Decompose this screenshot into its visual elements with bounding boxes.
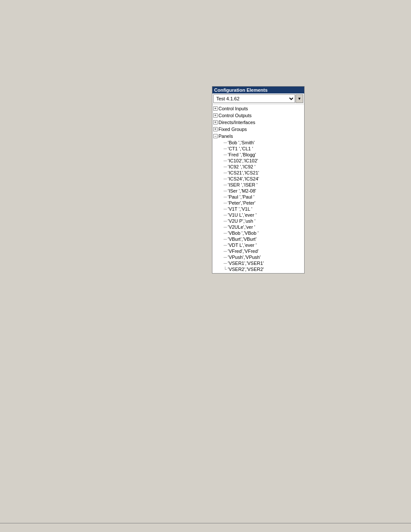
panel-child-label: 'V1T ','V1L ' (228, 206, 252, 212)
tree-line: ─ (224, 194, 227, 199)
plus-icon: + (213, 113, 218, 118)
tree-leaf[interactable]: ─ 'VBob ','VBob ' (212, 230, 304, 236)
tree-leaf[interactable]: ─ 'IC102','IC102' (212, 158, 304, 164)
directs-interfaces-label: Directs/Interfaces (218, 120, 255, 125)
tree-leaf[interactable]: ─ 'Fred ','Blogg' (212, 152, 304, 158)
tree-line: ─ (224, 152, 227, 157)
config-dropdown[interactable]: Test 4.1.62 (213, 94, 295, 103)
panels-label: Panels (218, 134, 233, 139)
tree-item-panels[interactable]: − Panels (212, 133, 304, 140)
tree-line: ─ (224, 230, 227, 236)
panel-child-label: 'VBob ','VBob ' (228, 230, 258, 236)
tree-leaf[interactable]: ─ 'Peter','Peter' (212, 200, 304, 206)
panel-child-label: 'V2U P','ush ' (228, 218, 255, 224)
panel-child-label: 'ICS24','ICS24' (228, 176, 259, 181)
tree-line: ─ (224, 206, 227, 212)
tree-leaf[interactable]: ─ 'CT1 ','CL1 ' (212, 146, 304, 152)
minus-icon: − (213, 134, 218, 138)
panel-child-label: 'VSER2','VSER2' (228, 267, 264, 272)
tree-leaf[interactable]: ─ 'Bob ','Smith' (212, 140, 304, 146)
tree-line: └ (224, 267, 227, 272)
tree-line: ─ (224, 218, 227, 224)
panel-child-label: 'ISER ','ISER ' (228, 182, 258, 187)
tree-container: + Control Inputs + Control Outputs + Dir… (212, 104, 304, 273)
tree-leaf[interactable]: ─ 'IC92 ','IC92 ' (212, 164, 304, 170)
tree-leaf[interactable]: ─ 'V2ULe','ver ' (212, 224, 304, 230)
control-outputs-label: Control Outputs (218, 113, 252, 118)
tree-leaf[interactable]: ─ 'VDT L','ever ' (212, 242, 304, 248)
dropdown-row: Test 4.1.62 ▼ (212, 93, 304, 104)
tree-item-fixed-groups[interactable]: + Fixed Groups (212, 126, 304, 133)
tree-line: ─ (224, 200, 227, 205)
panel-child-label: 'V2ULe','ver ' (228, 224, 255, 230)
panel-container: Configuration Elements Test 4.1.62 ▼ + C… (212, 86, 305, 274)
dropdown-arrow-button[interactable]: ▼ (296, 94, 303, 103)
panel-child-label: 'V1U L','ever ' (228, 212, 256, 218)
tree-leaf[interactable]: ─ 'V1T ','V1L ' (212, 206, 304, 212)
plus-icon: + (213, 120, 218, 124)
tree-leaf[interactable]: ─ 'ICS24','ICS24' (212, 176, 304, 182)
fixed-groups-label: Fixed Groups (218, 127, 247, 132)
tree-leaf[interactable]: ─ 'ISER ','ISER ' (212, 182, 304, 188)
tree-leaf[interactable]: ─ 'V1U L','ever ' (212, 212, 304, 218)
tree-item-control-outputs[interactable]: + Control Outputs (212, 112, 304, 119)
control-inputs-label: Control Inputs (218, 106, 248, 111)
tree-leaf[interactable]: ─ 'VFred','VFred' (212, 248, 304, 254)
panel-header: Configuration Elements (212, 87, 304, 93)
panel-child-label: 'VSER1','VSER1' (228, 261, 264, 266)
tree-leaf[interactable]: └ 'VSER2','VSER2' (212, 266, 304, 272)
tree-line: ─ (224, 224, 227, 230)
tree-line: ─ (224, 164, 227, 169)
tree-line: ─ (224, 170, 227, 175)
tree-leaf[interactable]: ─ 'V2U P','ush ' (212, 218, 304, 224)
tree-leaf[interactable]: ─ 'VPush','VPush' (212, 254, 304, 260)
tree-line: ─ (224, 261, 227, 266)
tree-line: ─ (224, 158, 227, 163)
panel-child-label: 'Bob ','Smith' (228, 140, 255, 145)
panel-child-label: 'IC92 ','IC92 ' (228, 164, 255, 169)
tree-line: ─ (224, 236, 227, 242)
panel-child-label: 'IC102','IC102' (228, 158, 258, 163)
tree-line: ─ (224, 176, 227, 181)
tree-line: ─ (224, 146, 227, 151)
tree-line: ─ (224, 212, 227, 218)
panel-child-label: 'VBurt','VBurt' (228, 236, 256, 242)
panel-child-label: 'Peter','Peter' (228, 200, 255, 205)
panel-child-label: 'ICS21','ICS21' (228, 170, 259, 175)
panel-child-label: 'VPush','VPush' (228, 255, 261, 260)
tree-leaf[interactable]: ─ 'ISer ','M2-08' (212, 188, 304, 194)
plus-icon: + (213, 106, 218, 111)
tree-leaf[interactable]: ─ 'Paul ','Paul ' (212, 194, 304, 200)
tree-line: ─ (224, 182, 227, 187)
tree-item-control-inputs[interactable]: + Control Inputs (212, 105, 304, 112)
tree-leaf[interactable]: ─ 'VSER1','VSER1' (212, 260, 304, 266)
panel-child-label: 'CT1 ','CL1 ' (228, 146, 253, 151)
tree-line: ─ (224, 243, 227, 248)
panel-child-label: 'VDT L','ever ' (228, 243, 257, 248)
tree-leaf[interactable]: ─ 'ICS21','ICS21' (212, 170, 304, 176)
panel-child-label: 'VFred','VFred' (228, 249, 258, 254)
panel-child-label: 'ISer ','M2-08' (228, 188, 256, 193)
panel-child-label: 'Fred ','Blogg' (228, 152, 256, 157)
tree-line: ─ (224, 249, 227, 254)
page-bottom-line (0, 523, 411, 523)
plus-icon: + (213, 127, 218, 131)
tree-item-directs-interfaces[interactable]: + Directs/Interfaces (212, 119, 304, 126)
panel-title: Configuration Elements (214, 87, 268, 93)
tree-line: ─ (224, 140, 227, 145)
panel-child-label: 'Paul ','Paul ' (228, 194, 255, 199)
tree-leaf[interactable]: ─ 'VBurt','VBurt' (212, 236, 304, 242)
tree-line: ─ (224, 188, 227, 193)
tree-line: ─ (224, 255, 227, 260)
